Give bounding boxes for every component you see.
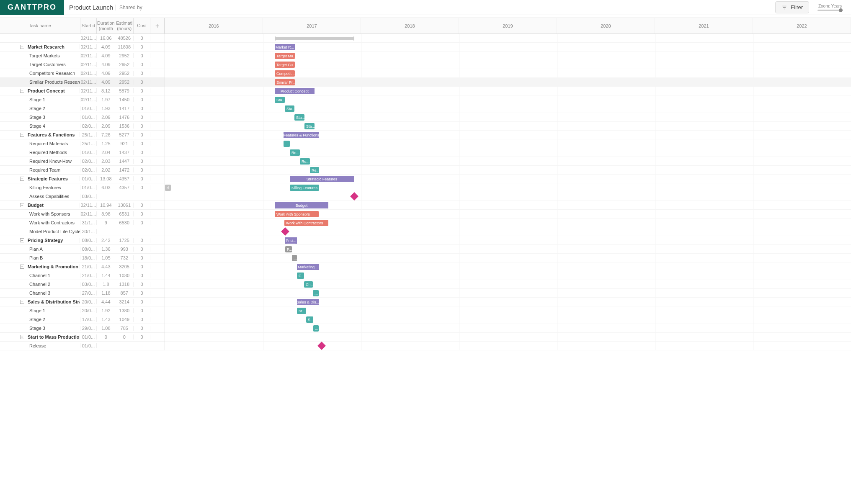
cell-est[interactable]: 4357 [115, 176, 134, 181]
cell-est[interactable]: 732 [115, 255, 134, 260]
task-row-mp2[interactable]: Channel 203/0...1.813180 [0, 280, 165, 289]
cell-est[interactable]: 5879 [115, 88, 134, 93]
gantt-bar[interactable]: Strategic Features [290, 176, 354, 182]
cell-start[interactable]: 02/0... [80, 123, 97, 129]
cell-est[interactable]: 1536 [115, 123, 134, 129]
task-row-pc1[interactable]: Stage 102/11...1.9714500 [0, 95, 165, 104]
cell-est[interactable]: 6530 [115, 220, 134, 225]
task-row-ff1[interactable]: Required Materials25/1...1.259210 [0, 139, 165, 148]
cell-cost[interactable]: 0 [134, 123, 150, 129]
task-row-bg[interactable]: −Budget02/11...10.94130610 [0, 201, 165, 210]
year-2020[interactable]: 2020 [557, 18, 655, 33]
task-row-ps[interactable]: −Pricing Strategy08/0...2.4217250 [0, 236, 165, 245]
cell-est[interactable]: 2952 [115, 71, 134, 76]
gantt-bar[interactable]: Sta... [285, 105, 294, 112]
cell-est[interactable]: 2952 [115, 80, 134, 85]
task-row-bg1[interactable]: Work with Sponsors02/11...8.9865310 [0, 210, 165, 219]
collapse-toggle[interactable]: − [20, 177, 24, 181]
cell-cost[interactable]: 0 [134, 264, 150, 269]
cell-cost[interactable]: 0 [134, 291, 150, 296]
gantt-bar[interactable]: Work with Sponsors [275, 211, 319, 217]
task-row-sd3[interactable]: Stage 329/0...1.087850 [0, 324, 165, 333]
cell-start[interactable]: 29/0... [80, 326, 97, 331]
task-row-bg3[interactable]: Model Product Life Cycle30/1... [0, 227, 165, 236]
cell-cost[interactable]: 0 [134, 141, 150, 146]
task-row-ps1[interactable]: Plan A08/0...1.369930 [0, 245, 165, 254]
cell-start[interactable]: 03/0... [80, 282, 97, 287]
zoom-thumb[interactable] [839, 8, 843, 12]
task-row-sf[interactable]: −Strategic Features01/0...13.0843570 [0, 175, 165, 183]
gantt-bar[interactable]: S... [306, 316, 313, 323]
cell-cost[interactable]: 0 [134, 159, 150, 164]
cell-est[interactable]: 1417 [115, 106, 134, 111]
cell-est[interactable]: 1030 [115, 273, 134, 278]
cell-cost[interactable]: 0 [134, 132, 150, 137]
cell-dur[interactable]: 2.02 [97, 167, 115, 172]
milestone-icon[interactable] [281, 227, 289, 236]
cell-cost[interactable]: 0 [134, 238, 150, 243]
gantt-bar[interactable]: Sta... [294, 114, 304, 121]
cell-dur[interactable]: 2.42 [97, 238, 115, 243]
gantt-bar[interactable]: Competit... [275, 70, 295, 77]
cell-start[interactable]: 02/11... [80, 53, 97, 58]
cell-cost[interactable]: 0 [134, 273, 150, 278]
cell-est[interactable]: 5277 [115, 132, 134, 137]
task-row-mr4[interactable]: Similar Products Researchi02/11...4.0929… [0, 78, 165, 87]
cell-cost[interactable]: 0 [134, 299, 150, 304]
cell-dur[interactable]: 2.04 [97, 150, 115, 155]
cell-cost[interactable]: 0 [134, 317, 150, 322]
cell-start[interactable]: 02/11... [80, 44, 97, 49]
gantt-bar[interactable]: Features & Functions [284, 132, 319, 138]
gantt-bar[interactable]: Sales & Dis... [297, 299, 319, 305]
gantt-bar[interactable]: Budget [275, 202, 328, 208]
cell-start[interactable]: 03/0... [80, 194, 97, 199]
cell-dur[interactable]: 1.18 [97, 291, 115, 296]
cell-dur[interactable]: 1.93 [97, 106, 115, 111]
task-row-ff2[interactable]: Required Methods01/0...2.0414370 [0, 148, 165, 157]
cell-start[interactable]: 25/1... [80, 141, 97, 146]
year-2022[interactable]: 2022 [753, 18, 851, 33]
task-row-sd2[interactable]: Stage 217/0...1.4310490 [0, 315, 165, 324]
cell-start[interactable]: 02/11... [80, 88, 97, 93]
cell-est[interactable]: 6531 [115, 211, 134, 216]
cell-start[interactable]: 02/0... [80, 159, 97, 164]
cell-dur[interactable]: 7.26 [97, 132, 115, 137]
year-2016[interactable]: 2016 [165, 18, 263, 33]
cell-est[interactable]: 2952 [115, 53, 134, 58]
gantt-bar[interactable]: ... [292, 255, 297, 261]
cell-est[interactable]: 1318 [115, 282, 134, 287]
cell-dur[interactable]: 8.98 [97, 211, 115, 216]
cell-start[interactable]: 31/1... [80, 220, 97, 225]
cell-cost[interactable]: 0 [134, 203, 150, 208]
cell-est[interactable]: 1049 [115, 317, 134, 322]
task-row-smp[interactable]: −Start to Mass Production01/0...000 [0, 333, 165, 342]
cell-cost[interactable]: 0 [134, 97, 150, 102]
project-summary-bar[interactable] [275, 37, 354, 40]
gantt-bar[interactable]: Re... [300, 158, 310, 165]
task-row-pc[interactable]: −Product Concept02/11...8.1258790 [0, 87, 165, 95]
cell-start[interactable]: 01/0... [80, 115, 97, 120]
cell-start[interactable]: 21/0... [80, 264, 97, 269]
cell-start[interactable]: 01/0... [80, 106, 97, 111]
gantt-bar[interactable]: Sta... [275, 97, 285, 103]
cell-dur[interactable]: 1.97 [97, 97, 115, 102]
cell-dur[interactable]: 2.09 [97, 115, 115, 120]
cell-dur[interactable]: 4.09 [97, 80, 115, 85]
col-estimate[interactable]: Estimati (hours) [115, 18, 134, 33]
cell-cost[interactable]: 0 [134, 150, 150, 155]
cell-start[interactable]: 01/0... [80, 176, 97, 181]
cell-dur[interactable]: 8.12 [97, 88, 115, 93]
cell-dur[interactable]: 1.92 [97, 308, 115, 313]
year-2021[interactable]: 2021 [655, 18, 753, 33]
gantt-bar[interactable]: P... [285, 246, 292, 252]
gantt-bar[interactable]: Work with Contractors [284, 220, 328, 226]
cell-est[interactable]: 13061 [115, 203, 134, 208]
task-row-pc3[interactable]: Stage 301/0...2.0914760 [0, 113, 165, 122]
cell-start[interactable]: 01/0... [80, 150, 97, 155]
cell-start[interactable]: 08/0... [80, 247, 97, 252]
gantt-bar[interactable]: C... [297, 273, 304, 279]
cell-dur[interactable]: 4.09 [97, 53, 115, 58]
gantt-bar[interactable]: Ch... [304, 281, 313, 288]
task-row-ff3[interactable]: Required Know-How02/0...2.0314470 [0, 157, 165, 166]
cell-dur[interactable]: 9 [97, 220, 115, 225]
